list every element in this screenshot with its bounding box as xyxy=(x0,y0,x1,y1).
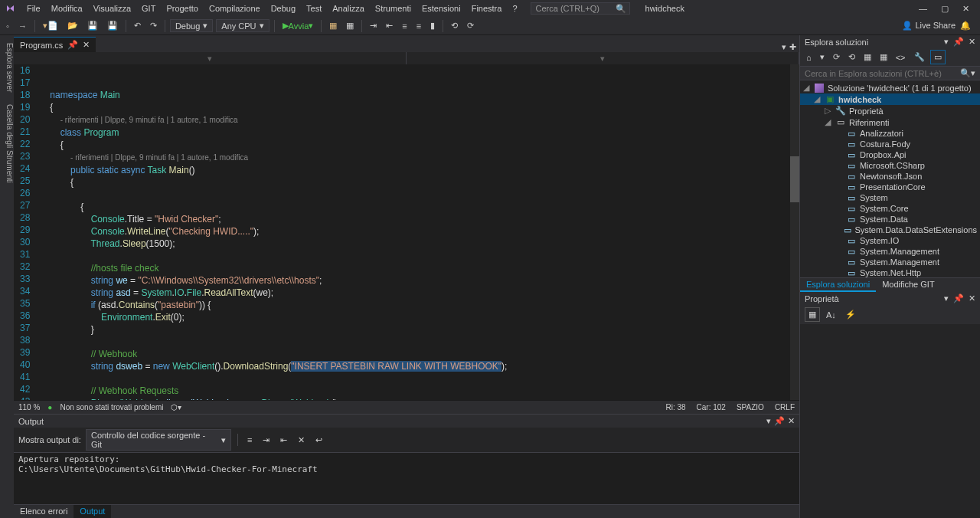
line-indicator[interactable]: Ri: 38 xyxy=(665,403,685,411)
tab-dropdown-icon[interactable]: ▾ xyxy=(782,42,786,52)
menu-visualizza[interactable]: Visualizza xyxy=(88,2,136,15)
tree-item[interactable]: ▭Analizzatori xyxy=(800,128,980,139)
tree-item[interactable]: ▭System xyxy=(800,192,980,203)
props-dropdown-icon[interactable]: ▾ xyxy=(944,293,949,303)
tree-item[interactable]: ▭System.Data.DataSetExtensions xyxy=(800,225,980,235)
zoom-level[interactable]: 110 % xyxy=(18,403,40,411)
issues-text[interactable]: Non sono stati trovati problemi xyxy=(60,403,163,411)
indent-indicator[interactable]: SPAZIO xyxy=(737,403,764,411)
output-tool-1[interactable]: ≡ xyxy=(244,434,255,446)
toolbox-tab[interactable]: Casella degli Strumenti xyxy=(0,104,14,183)
nav-fwd-button[interactable]: → xyxy=(15,20,30,32)
output-text[interactable]: Apertura repository: C:\Users\Utente\Doc… xyxy=(14,453,799,504)
tree-item[interactable]: ▭System.Net.Http xyxy=(800,267,980,277)
nav-back-button[interactable]: ◦ xyxy=(3,20,12,32)
output-dropdown-icon[interactable]: ▾ xyxy=(766,416,771,426)
tree-item[interactable]: ▭System.Management xyxy=(800,257,980,267)
liveshare-button[interactable]: 👤 Live Share xyxy=(902,21,956,31)
maximize-button[interactable]: ▢ xyxy=(941,4,949,14)
menu-progetto[interactable]: Progetto xyxy=(161,2,204,15)
config-dropdown[interactable]: Debug▾ xyxy=(170,19,213,32)
collapse-icon[interactable]: ▦ xyxy=(861,50,874,64)
home-icon[interactable]: ⌂ xyxy=(803,50,815,64)
toolbar-icon-3[interactable]: ⟲ xyxy=(448,19,461,32)
tab-git-changes[interactable]: Modifiche GIT xyxy=(876,278,940,292)
minimize-button[interactable]: — xyxy=(919,4,927,14)
tree-item[interactable]: ▭System.Data xyxy=(800,214,980,225)
lineending-indicator[interactable]: CRLF xyxy=(775,403,795,411)
toolbar-icon-2[interactable]: ▦ xyxy=(343,19,357,32)
undo-button[interactable]: ↶ xyxy=(131,19,144,32)
server-explorer-tab[interactable]: Esplora server xyxy=(0,43,14,92)
menu-compilazione[interactable]: Compilazione xyxy=(204,2,266,15)
save-button[interactable]: 💾 xyxy=(84,19,101,32)
output-pin-icon[interactable]: 📌 xyxy=(774,416,785,426)
nav-class[interactable]: ▾ xyxy=(407,52,799,64)
show-all-icon[interactable]: ▦ xyxy=(877,50,890,64)
global-search-input[interactable]: Cerca (CTRL+Q) 🔍 xyxy=(531,2,630,15)
panel-close-icon[interactable]: ✕ xyxy=(969,37,975,47)
menu-git[interactable]: GIT xyxy=(136,2,161,15)
sln-icon[interactable]: ▾ xyxy=(817,50,828,64)
tree-item[interactable]: ◢Soluzione 'hwidcheck' (1 di 1 progetto) xyxy=(800,82,980,93)
menu-analizza[interactable]: Analizza xyxy=(327,2,370,15)
menu-debug[interactable]: Debug xyxy=(266,2,301,15)
menu-file[interactable]: File xyxy=(21,2,46,15)
panel-dropdown-icon[interactable]: ▾ xyxy=(944,37,949,47)
panel-pin-icon[interactable]: 📌 xyxy=(953,37,964,47)
menu-?[interactable]: ? xyxy=(507,2,522,15)
vertical-scrollbar[interactable] xyxy=(790,64,799,400)
events-icon[interactable]: ⚡ xyxy=(842,307,859,322)
git-icon[interactable]: ⬡▾ xyxy=(171,403,181,411)
menu-modifica[interactable]: Modifica xyxy=(46,2,88,15)
tree-item[interactable]: ▭Costura.Fody xyxy=(800,139,980,149)
tab-solution-explorer[interactable]: Esplora soluzioni xyxy=(800,278,876,292)
props-pin-icon[interactable]: 📌 xyxy=(953,293,964,303)
menu-test[interactable]: Test xyxy=(301,2,327,15)
tab-error-list[interactable]: Elenco errori xyxy=(14,505,74,518)
menu-finestra[interactable]: Finestra xyxy=(466,2,508,15)
output-source-dropdown[interactable]: Controllo del codice sorgente - Git ▾ xyxy=(86,429,231,451)
col-indicator[interactable]: Car: 102 xyxy=(697,403,726,411)
output-clear-icon[interactable]: ✕ xyxy=(295,434,308,447)
menu-estensioni[interactable]: Estensioni xyxy=(416,2,466,15)
tree-item[interactable]: ◢▭Riferimenti xyxy=(800,116,980,128)
props-close-icon[interactable]: ✕ xyxy=(969,293,975,303)
alphabetical-icon[interactable]: A↓ xyxy=(823,307,839,322)
tree-item[interactable]: ▭System.IO xyxy=(800,235,980,246)
tab-program-cs[interactable]: Program.cs 📌 ✕ xyxy=(14,37,96,52)
solution-search[interactable]: 🔍▾ xyxy=(800,67,980,80)
notifications-icon[interactable]: 🔔 xyxy=(960,21,971,31)
categorized-icon[interactable]: ▦ xyxy=(805,307,820,322)
refresh-icon[interactable]: ⟲ xyxy=(845,50,858,64)
properties-icon[interactable]: 🔧 xyxy=(911,50,928,64)
tab-output[interactable]: Output xyxy=(74,505,111,518)
close-icon[interactable]: ✕ xyxy=(83,40,90,50)
code-content[interactable]: namespace Main{ - riferimenti | Dlppe, 9… xyxy=(47,64,799,400)
platform-dropdown[interactable]: Any CPU▾ xyxy=(216,19,269,32)
tree-item[interactable]: ▭Newtonsoft.Json xyxy=(800,171,980,182)
tree-item[interactable]: ▭Microsoft.CSharp xyxy=(800,160,980,171)
output-wrap-icon[interactable]: ↩ xyxy=(312,434,325,447)
solution-tree[interactable]: ◢Soluzione 'hwidcheck' (1 di 1 progetto)… xyxy=(800,80,980,277)
sync-icon[interactable]: ⟳ xyxy=(830,50,843,64)
toolbar-icon-4[interactable]: ⟳ xyxy=(464,19,477,32)
tree-item[interactable]: ▭System.Management xyxy=(800,246,980,257)
tree-item[interactable]: ▭PresentationCore xyxy=(800,182,980,192)
save-all-button[interactable]: 💾 xyxy=(104,19,121,32)
tab-plus-icon[interactable]: ✚ xyxy=(789,42,796,52)
code-editor[interactable]: 1617181920212223242526272829303132333435… xyxy=(14,64,799,400)
open-button[interactable]: 📂 xyxy=(64,19,81,32)
redo-button[interactable]: ↷ xyxy=(147,19,160,32)
tree-item[interactable]: ▭System.Core xyxy=(800,203,980,214)
view-code-icon[interactable]: <> xyxy=(893,50,909,64)
tree-item[interactable]: ▷🔧Proprietà xyxy=(800,105,980,116)
step-over-icon[interactable]: ⇤ xyxy=(383,19,396,32)
output-tool-2[interactable]: ⇥ xyxy=(260,434,273,447)
indent-icon[interactable]: ≡ xyxy=(399,20,410,32)
step-into-icon[interactable]: ⇥ xyxy=(367,19,380,32)
new-item-button[interactable]: ▾📄 xyxy=(40,19,61,32)
menu-strumenti[interactable]: Strumenti xyxy=(370,2,416,15)
preview-icon[interactable]: ▭ xyxy=(930,50,946,64)
output-close-icon[interactable]: ✕ xyxy=(788,416,795,426)
